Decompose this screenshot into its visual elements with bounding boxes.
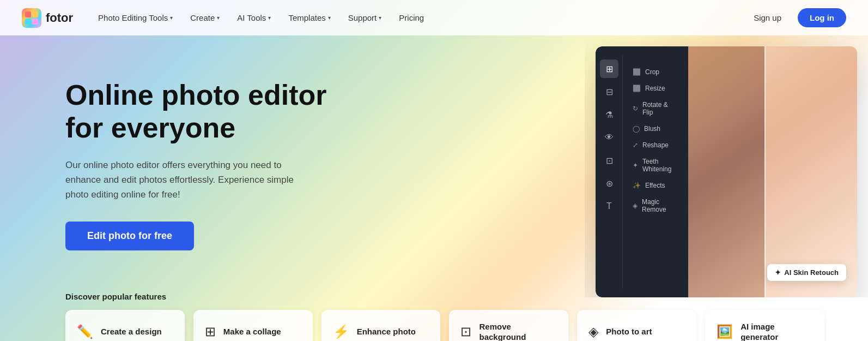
features-label: Discover popular features: [65, 292, 824, 301]
feature-enhance-photo[interactable]: ⚡ Enhance photo: [321, 310, 441, 341]
create-design-icon: ✏️: [77, 324, 93, 339]
menu-item-rotate[interactable]: ↻ Rotate & Flip: [629, 97, 682, 121]
signup-button[interactable]: Sign up: [744, 9, 791, 27]
feature-remove-background[interactable]: ⊡ Remove background: [449, 310, 568, 341]
nav-auth: Sign up Log in: [744, 8, 846, 27]
sidebar-icon-sliders[interactable]: ⊟: [600, 82, 618, 101]
sidebar-icon-flask[interactable]: ⚗: [600, 105, 618, 124]
feature-ai-image-generator[interactable]: 🖼️ AI image generator: [705, 310, 824, 341]
menu-item-crop[interactable]: ⬜ Crop: [629, 64, 682, 80]
menu-item-reshape[interactable]: ⤢ Reshape: [629, 137, 682, 153]
svg-rect-2: [25, 19, 31, 25]
logo-text: fotor: [46, 11, 73, 25]
sidebar-menu: ⬜ Crop ⬜ Resize ↻ Rotate & Flip ◯ Blush: [623, 55, 688, 226]
sidebar-icon-circles[interactable]: ⊛: [600, 174, 618, 193]
teeth-icon: ✦: [633, 161, 638, 169]
features-grid: ✏️ Create a design ⊞ Make a collage ⚡ En…: [65, 310, 824, 341]
hero-title: Online photo editor for everyone: [65, 79, 349, 145]
make-collage-icon: ⊞: [205, 324, 216, 339]
chevron-down-icon: ▾: [379, 15, 381, 21]
menu-item-effects[interactable]: ✨ Effects: [629, 177, 682, 194]
feature-create-design[interactable]: ✏️ Create a design: [65, 310, 185, 341]
editor-sidebar: ⊞ ⊟ ⚗ 👁 ⊡ ⊛ T ⬜ Crop ⬜ Resize: [596, 46, 688, 297]
login-button[interactable]: Log in: [798, 8, 846, 27]
logo[interactable]: fotor: [22, 8, 73, 28]
resize-icon: ⬜: [633, 85, 641, 92]
hero-image: ⊞ ⊟ ⚗ 👁 ⊡ ⊛ T ⬜ Crop ⬜ Resize: [585, 35, 868, 297]
hero-subtitle: Our online photo editor offers everythin…: [65, 158, 316, 202]
menu-item-blush[interactable]: ◯ Blush: [629, 121, 682, 137]
svg-rect-0: [25, 11, 31, 17]
crop-icon: ⬜: [633, 68, 641, 76]
menu-item-magic-remove[interactable]: ◈ Magic Remove: [629, 194, 682, 218]
feature-photo-to-art-label: Photo to art: [606, 326, 652, 337]
nav-pricing[interactable]: Pricing: [391, 9, 432, 27]
effects-icon: ✨: [633, 182, 641, 189]
navbar: fotor Photo Editing Tools ▾ Create ▾ AI …: [0, 0, 868, 35]
nav-photo-editing[interactable]: Photo Editing Tools ▾: [90, 9, 180, 27]
before-after-divider: [764, 46, 766, 297]
remove-background-icon: ⊡: [460, 324, 471, 339]
feature-create-design-label: Create a design: [101, 326, 162, 337]
feature-photo-to-art[interactable]: ◈ Photo to art: [577, 310, 696, 341]
reshape-icon: ⤢: [633, 141, 638, 149]
chevron-down-icon: ▾: [268, 15, 271, 21]
face-after: [764, 46, 857, 297]
blush-icon: ◯: [633, 125, 640, 133]
nav-create[interactable]: Create ▾: [183, 9, 227, 27]
nav-templates[interactable]: Templates ▾: [281, 9, 338, 27]
photo-to-art-icon: ◈: [588, 324, 598, 339]
sidebar-icons: ⊞ ⊟ ⚗ 👁 ⊡ ⊛ T: [596, 55, 623, 289]
sidebar-icon-square[interactable]: ⊡: [600, 151, 618, 170]
enhance-photo-icon: ⚡: [333, 324, 349, 339]
nav-ai-tools[interactable]: AI Tools ▾: [229, 9, 278, 27]
ai-image-generator-icon: 🖼️: [717, 324, 733, 339]
feature-remove-background-label: Remove background: [479, 321, 557, 342]
rotate-icon: ↻: [633, 105, 638, 112]
nav-links: Photo Editing Tools ▾ Create ▾ AI Tools …: [90, 9, 744, 27]
nav-support[interactable]: Support ▾: [341, 9, 390, 27]
chevron-down-icon: ▾: [217, 15, 220, 21]
mockup-photo: ✦ AI Skin Retouch: [672, 46, 857, 297]
logo-icon: [22, 8, 41, 28]
feature-make-collage[interactable]: ⊞ Make a collage: [193, 310, 313, 341]
hero-section: Online photo editor for everyone Our onl…: [0, 35, 868, 292]
chevron-down-icon: ▾: [170, 15, 173, 21]
chevron-down-icon: ▾: [328, 15, 331, 21]
sidebar-icon-grid[interactable]: ⊞: [600, 59, 618, 78]
svg-rect-3: [32, 19, 38, 25]
sidebar-icon-text[interactable]: T: [600, 197, 618, 216]
menu-item-teeth[interactable]: ✦ Teeth Whitening: [629, 153, 682, 177]
menu-item-resize[interactable]: ⬜ Resize: [629, 80, 682, 97]
feature-ai-image-generator-label: AI image generator: [740, 321, 813, 342]
features-section: Discover popular features ✏️ Create a de…: [0, 292, 868, 341]
feature-enhance-photo-label: Enhance photo: [357, 326, 416, 337]
magic-remove-icon: ◈: [633, 202, 638, 210]
svg-rect-1: [32, 11, 38, 17]
ai-skin-retouch-badge: ✦ AI Skin Retouch: [767, 264, 846, 281]
sparkle-icon: ✦: [775, 268, 781, 277]
sidebar-icon-eye[interactable]: 👁: [600, 128, 618, 147]
feature-make-collage-label: Make a collage: [223, 326, 281, 337]
cta-button[interactable]: Edit photo for free: [65, 222, 194, 250]
editor-mockup: ⊞ ⊟ ⚗ 👁 ⊡ ⊛ T ⬜ Crop ⬜ Resize: [596, 46, 857, 297]
hero-content: Online photo editor for everyone Our onl…: [65, 68, 349, 250]
